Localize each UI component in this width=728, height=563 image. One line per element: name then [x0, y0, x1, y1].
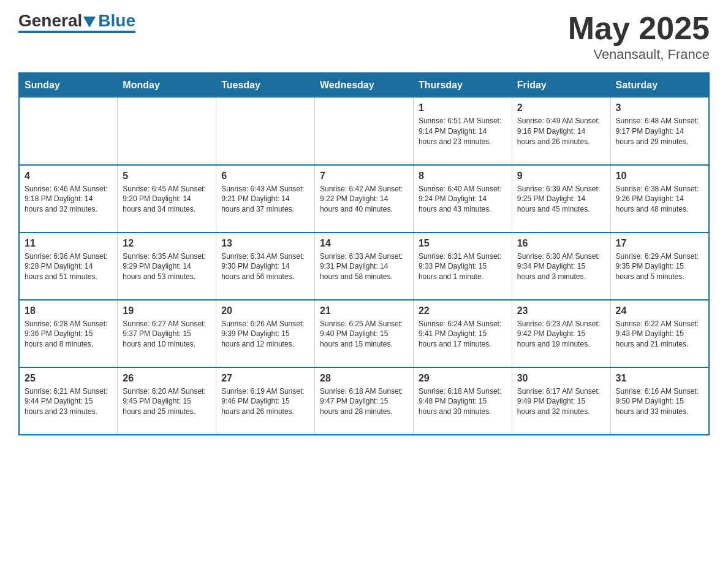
calendar-cell: 11Sunrise: 6:36 AM Sunset: 9:28 PM Dayli… [19, 232, 118, 300]
day-number: 18 [25, 305, 112, 316]
calendar-week-row: 25Sunrise: 6:21 AM Sunset: 9:44 PM Dayli… [19, 367, 709, 435]
logo-general-text: General [18, 12, 82, 29]
day-info: Sunrise: 6:43 AM Sunset: 9:21 PM Dayligh… [221, 184, 309, 215]
calendar-cell [118, 98, 216, 165]
calendar-cell: 17Sunrise: 6:29 AM Sunset: 9:35 PM Dayli… [610, 232, 709, 300]
day-number: 21 [320, 305, 408, 316]
day-info: Sunrise: 6:45 AM Sunset: 9:20 PM Dayligh… [123, 184, 211, 215]
day-info: Sunrise: 6:19 AM Sunset: 9:46 PM Dayligh… [221, 386, 309, 417]
calendar-cell [315, 98, 414, 165]
weekday-header-monday: Monday [118, 73, 216, 98]
calendar-cell: 20Sunrise: 6:26 AM Sunset: 9:39 PM Dayli… [216, 300, 315, 367]
day-number: 22 [419, 305, 507, 316]
day-info: Sunrise: 6:31 AM Sunset: 9:33 PM Dayligh… [419, 251, 507, 282]
day-info: Sunrise: 6:42 AM Sunset: 9:22 PM Dayligh… [320, 184, 408, 215]
calendar-cell: 3Sunrise: 6:48 AM Sunset: 9:17 PM Daylig… [610, 98, 709, 165]
calendar-week-row: 18Sunrise: 6:28 AM Sunset: 9:36 PM Dayli… [19, 300, 709, 367]
day-number: 24 [616, 305, 703, 316]
calendar-table: SundayMondayTuesdayWednesdayThursdayFrid… [18, 72, 710, 435]
page-header: General Blue May 2025 Venansault, France [18, 12, 710, 63]
calendar-cell: 15Sunrise: 6:31 AM Sunset: 9:33 PM Dayli… [413, 232, 512, 300]
calendar-cell: 24Sunrise: 6:22 AM Sunset: 9:43 PM Dayli… [610, 300, 709, 367]
calendar-cell: 8Sunrise: 6:40 AM Sunset: 9:24 PM Daylig… [413, 165, 512, 232]
day-info: Sunrise: 6:22 AM Sunset: 9:43 PM Dayligh… [616, 319, 703, 350]
day-info: Sunrise: 6:18 AM Sunset: 9:47 PM Dayligh… [320, 386, 408, 417]
calendar-cell: 19Sunrise: 6:27 AM Sunset: 9:37 PM Dayli… [118, 300, 216, 367]
calendar-cell: 10Sunrise: 6:38 AM Sunset: 9:26 PM Dayli… [610, 165, 709, 232]
weekday-header-thursday: Thursday [413, 73, 512, 98]
day-number: 4 [25, 170, 112, 182]
calendar-cell: 13Sunrise: 6:34 AM Sunset: 9:30 PM Dayli… [216, 232, 315, 300]
day-info: Sunrise: 6:25 AM Sunset: 9:40 PM Dayligh… [320, 319, 408, 350]
day-number: 14 [320, 238, 408, 249]
day-number: 20 [221, 305, 309, 316]
calendar-cell: 6Sunrise: 6:43 AM Sunset: 9:21 PM Daylig… [216, 165, 315, 232]
day-number: 30 [517, 373, 605, 384]
calendar-cell: 29Sunrise: 6:18 AM Sunset: 9:48 PM Dayli… [413, 367, 512, 435]
day-number: 6 [221, 170, 309, 182]
day-info: Sunrise: 6:34 AM Sunset: 9:30 PM Dayligh… [221, 251, 309, 282]
calendar-week-row: 1Sunrise: 6:51 AM Sunset: 9:14 PM Daylig… [19, 98, 709, 165]
logo: General Blue [18, 12, 135, 33]
calendar-cell: 5Sunrise: 6:45 AM Sunset: 9:20 PM Daylig… [118, 165, 216, 232]
calendar-cell: 30Sunrise: 6:17 AM Sunset: 9:49 PM Dayli… [512, 367, 610, 435]
calendar-cell: 21Sunrise: 6:25 AM Sunset: 9:40 PM Dayli… [315, 300, 414, 367]
day-info: Sunrise: 6:30 AM Sunset: 9:34 PM Dayligh… [517, 251, 605, 282]
calendar-cell: 1Sunrise: 6:51 AM Sunset: 9:14 PM Daylig… [413, 98, 512, 165]
day-number: 1 [419, 102, 507, 113]
weekday-header-saturday: Saturday [610, 73, 709, 98]
calendar-cell: 25Sunrise: 6:21 AM Sunset: 9:44 PM Dayli… [19, 367, 118, 435]
weekday-header-tuesday: Tuesday [216, 73, 315, 98]
day-info: Sunrise: 6:39 AM Sunset: 9:25 PM Dayligh… [517, 184, 605, 215]
day-info: Sunrise: 6:23 AM Sunset: 9:42 PM Dayligh… [517, 319, 605, 350]
day-number: 11 [25, 238, 112, 249]
day-number: 25 [25, 373, 112, 384]
calendar-cell: 4Sunrise: 6:46 AM Sunset: 9:18 PM Daylig… [19, 165, 118, 232]
calendar-cell: 12Sunrise: 6:35 AM Sunset: 9:29 PM Dayli… [118, 232, 216, 300]
day-number: 8 [419, 170, 507, 182]
logo-arrow-icon [83, 17, 96, 28]
calendar-cell: 9Sunrise: 6:39 AM Sunset: 9:25 PM Daylig… [512, 165, 610, 232]
day-number: 10 [616, 170, 703, 182]
day-number: 9 [517, 170, 605, 182]
day-number: 16 [517, 238, 605, 249]
day-number: 23 [517, 305, 605, 316]
day-number: 27 [221, 373, 309, 384]
calendar-cell: 31Sunrise: 6:16 AM Sunset: 9:50 PM Dayli… [610, 367, 709, 435]
day-info: Sunrise: 6:51 AM Sunset: 9:14 PM Dayligh… [419, 116, 507, 147]
day-info: Sunrise: 6:21 AM Sunset: 9:44 PM Dayligh… [25, 386, 112, 417]
calendar-cell [216, 98, 315, 165]
day-info: Sunrise: 6:36 AM Sunset: 9:28 PM Dayligh… [25, 251, 112, 282]
day-number: 31 [616, 373, 703, 384]
day-info: Sunrise: 6:49 AM Sunset: 9:16 PM Dayligh… [517, 116, 605, 147]
calendar-week-row: 11Sunrise: 6:36 AM Sunset: 9:28 PM Dayli… [19, 232, 709, 300]
weekday-header-sunday: Sunday [19, 73, 118, 98]
day-info: Sunrise: 6:17 AM Sunset: 9:49 PM Dayligh… [517, 386, 605, 417]
day-number: 15 [419, 238, 507, 249]
calendar-cell: 18Sunrise: 6:28 AM Sunset: 9:36 PM Dayli… [19, 300, 118, 367]
day-number: 5 [123, 170, 211, 182]
weekday-header-wednesday: Wednesday [315, 73, 414, 98]
calendar-cell [19, 98, 118, 165]
month-year-title: May 2025 [568, 12, 710, 44]
day-info: Sunrise: 6:18 AM Sunset: 9:48 PM Dayligh… [419, 386, 507, 417]
day-number: 28 [320, 373, 408, 384]
calendar-cell: 2Sunrise: 6:49 AM Sunset: 9:16 PM Daylig… [512, 98, 610, 165]
day-info: Sunrise: 6:27 AM Sunset: 9:37 PM Dayligh… [123, 319, 211, 350]
calendar-cell: 26Sunrise: 6:20 AM Sunset: 9:45 PM Dayli… [118, 367, 216, 435]
day-info: Sunrise: 6:16 AM Sunset: 9:50 PM Dayligh… [616, 386, 703, 417]
logo-blue-text: Blue [98, 12, 135, 29]
day-number: 13 [221, 238, 309, 249]
day-number: 29 [419, 373, 507, 384]
day-info: Sunrise: 6:35 AM Sunset: 9:29 PM Dayligh… [123, 251, 211, 282]
day-info: Sunrise: 6:20 AM Sunset: 9:45 PM Dayligh… [123, 386, 211, 417]
calendar-cell: 27Sunrise: 6:19 AM Sunset: 9:46 PM Dayli… [216, 367, 315, 435]
calendar-header-row: SundayMondayTuesdayWednesdayThursdayFrid… [19, 73, 709, 98]
day-info: Sunrise: 6:26 AM Sunset: 9:39 PM Dayligh… [221, 319, 309, 350]
calendar-cell: 7Sunrise: 6:42 AM Sunset: 9:22 PM Daylig… [315, 165, 414, 232]
day-number: 17 [616, 238, 703, 249]
title-section: May 2025 Venansault, France [568, 12, 710, 63]
day-number: 26 [123, 373, 211, 384]
calendar-cell: 14Sunrise: 6:33 AM Sunset: 9:31 PM Dayli… [315, 232, 414, 300]
day-number: 12 [123, 238, 211, 249]
